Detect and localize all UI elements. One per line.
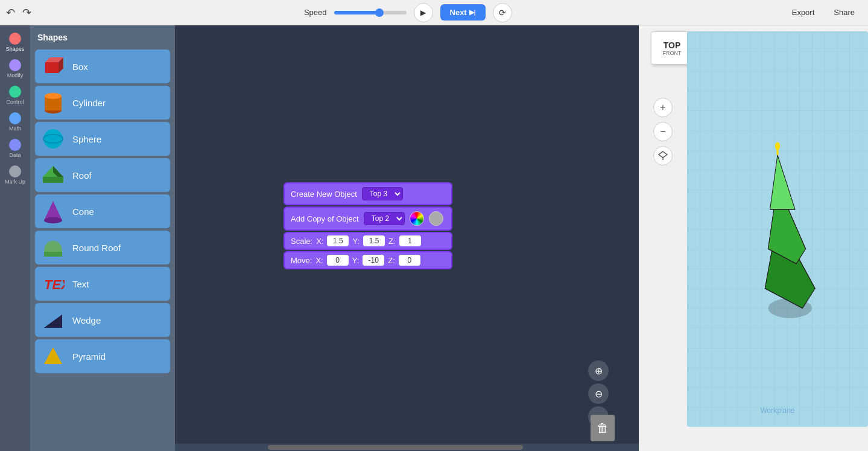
sidebar-item-modify[interactable]: Modify [0, 57, 30, 81]
scale-x-label: X: [316, 237, 323, 246]
reset-button[interactable]: ⟳ [493, 3, 512, 22]
svg-text:TEXT: TEXT [44, 277, 65, 292]
svg-point-6 [43, 129, 63, 149]
cone-icon [41, 199, 65, 223]
svg-point-30 [775, 142, 780, 150]
pyramid-label: Pyramid [72, 351, 106, 362]
right-panel: TOP FRONT + − [639, 25, 868, 451]
zoom-out-3d-button[interactable]: − [653, 122, 673, 141]
export-button[interactable]: Export [785, 4, 822, 21]
svg-point-5 [45, 93, 62, 99]
play-button[interactable]: ▶ [414, 3, 433, 22]
main-area: Shapes Modify Control Math Data Mark Up … [0, 25, 868, 451]
text-icon: TEXT [41, 272, 65, 296]
cube-front-label: FRONT [663, 50, 682, 56]
sidebar-item-control[interactable]: Control [0, 83, 30, 107]
box-label: Box [72, 62, 88, 72]
move-label: Move: [291, 256, 312, 265]
shape-item-pyramid[interactable]: Pyramid [35, 339, 170, 373]
topbar-center: Speed ▶ Next ▶| ⟳ [31, 3, 785, 22]
workplane-button[interactable] [653, 146, 673, 165]
color-picker-icon[interactable] [410, 211, 424, 226]
canvas-scrollbar[interactable] [175, 444, 639, 451]
view-controls: + − [653, 98, 673, 165]
svg-rect-13 [44, 252, 62, 257]
move-y-label: Y: [352, 256, 360, 265]
viewport-3d[interactable]: Workplane [687, 31, 868, 427]
svg-marker-16 [44, 315, 62, 328]
shapes-dot [9, 33, 21, 45]
move-x-label: X: [315, 256, 323, 265]
scale-x-input[interactable]: 1.5 [327, 235, 349, 246]
shapes-title: Shapes [30, 30, 175, 47]
move-z-label: Z: [388, 256, 395, 265]
redo-icon[interactable]: ↷ [22, 6, 31, 19]
nav-sidebar: Shapes Modify Control Math Data Mark Up [0, 25, 30, 451]
scale-y-label: Y: [352, 237, 360, 246]
share-button[interactable]: Share [826, 4, 862, 21]
zoom-in-3d-button[interactable]: + [653, 98, 673, 117]
topbar-right: Export Share [785, 4, 862, 21]
shapes-nav-label: Shapes [6, 46, 25, 52]
shape-item-roundroof[interactable]: Round Roof [35, 231, 170, 264]
svg-marker-17 [44, 347, 62, 364]
add-copy-dropdown[interactable]: Top 2 Top 3 Top 1 [364, 212, 405, 225]
scale-z-input[interactable]: 1 [399, 235, 421, 246]
blocks-container: Create New Object Top 3 Top 2 Top 1 Add … [284, 182, 452, 270]
block-scale: Scale: X: 1.5 Y: 1.5 Z: 1 [284, 232, 452, 250]
create-dropdown[interactable]: Top 3 Top 2 Top 1 [362, 187, 403, 200]
scale-z-label: Z: [388, 237, 396, 246]
control-dot [9, 86, 21, 98]
shape-item-cone[interactable]: Cone [35, 194, 170, 228]
canvas-area[interactable]: Create New Object Top 3 Top 2 Top 1 Add … [175, 25, 639, 451]
shape-item-wedge[interactable]: Wedge [35, 303, 170, 337]
cylinder-icon [41, 91, 65, 115]
wedge-label: Wedge [72, 315, 101, 325]
shape-item-sphere[interactable]: Sphere [35, 122, 170, 156]
workplane-label: Workplane [760, 406, 794, 415]
text-label: Text [72, 279, 89, 289]
move-z-input[interactable]: 0 [399, 255, 420, 266]
roundroof-icon [41, 235, 65, 260]
topbar: ↶ ↷ Speed ▶ Next ▶| ⟳ Export Share [0, 0, 868, 25]
wedge-icon [41, 308, 65, 332]
sidebar-item-markup[interactable]: Mark Up [0, 163, 30, 187]
markup-nav-label: Mark Up [5, 179, 25, 185]
create-label: Create New Object [291, 190, 357, 199]
next-button[interactable]: Next ▶| [440, 4, 486, 21]
math-nav-label: Math [9, 126, 21, 132]
shape-item-cylinder[interactable]: Cylinder [35, 86, 170, 120]
speed-slider[interactable] [334, 11, 407, 14]
zoom-out-button[interactable]: ⊖ [588, 383, 609, 404]
move-x-input[interactable]: 0 [327, 255, 349, 266]
shape-item-text[interactable]: TEXT Text [35, 267, 170, 301]
grid-svg [687, 31, 868, 427]
box-icon [41, 54, 65, 78]
cube-top-label: TOP [664, 40, 681, 50]
add-copy-label: Add Copy of Object [291, 214, 359, 223]
data-dot [9, 139, 21, 151]
scale-y-input[interactable]: 1.5 [363, 235, 385, 246]
sidebar-item-data[interactable]: Data [0, 136, 30, 161]
shape-item-box[interactable]: Box [35, 50, 170, 83]
shapes-sidebar: Shapes Box Cylinder [30, 25, 175, 451]
roof-icon [41, 163, 65, 187]
material-picker-icon[interactable] [429, 211, 443, 226]
svg-point-12 [44, 217, 62, 223]
topbar-left: ↶ ↷ [6, 6, 31, 19]
scale-label: Scale: [291, 237, 312, 246]
scrollbar-thumb [268, 445, 523, 450]
trash-button[interactable]: 🗑 [591, 415, 615, 441]
next-label: Next [450, 8, 467, 17]
move-y-input[interactable]: -10 [363, 255, 384, 266]
sidebar-item-shapes[interactable]: Shapes [0, 30, 30, 54]
shape-item-roof[interactable]: Roof [35, 158, 170, 192]
undo-icon[interactable]: ↶ [6, 6, 15, 19]
sidebar-item-math[interactable]: Math [0, 110, 30, 134]
workplane-icon [657, 150, 668, 161]
pyramid-icon [41, 344, 65, 368]
modify-dot [9, 59, 21, 71]
data-nav-label: Data [9, 152, 21, 158]
cone-label: Cone [72, 206, 94, 217]
zoom-in-button[interactable]: ⊕ [588, 360, 609, 381]
